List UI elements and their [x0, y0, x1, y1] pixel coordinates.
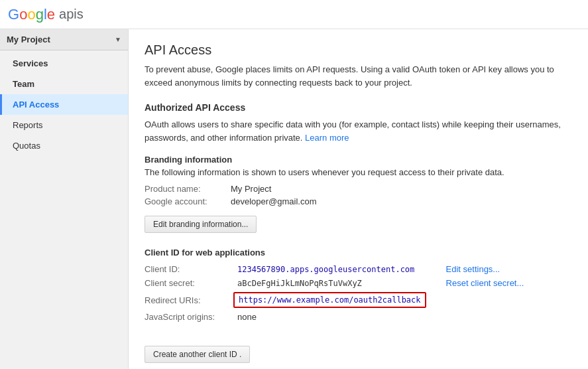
- sidebar-item-api-access[interactable]: API Access: [0, 94, 128, 115]
- product-name-label: Product name:: [145, 184, 231, 194]
- sidebar-nav: Services Team API Access Reports Quotas: [0, 50, 128, 156]
- client-id-section: Client ID for web applications Client ID…: [145, 248, 572, 326]
- google-account-row: Google account: developer@gmail.com: [145, 196, 572, 206]
- redirect-uris-label: Redirect URIs:: [145, 295, 237, 305]
- sidebar-item-services[interactable]: Services: [0, 53, 128, 74]
- sidebar-item-quotas[interactable]: Quotas: [0, 135, 128, 156]
- branding-desc: The following information is shown to us…: [145, 167, 572, 177]
- header: Google apis: [0, 0, 588, 29]
- main-content: API Access To prevent abuse, Google plac…: [129, 29, 588, 369]
- client-id-label: Client ID:: [145, 264, 237, 274]
- client-id-title: Client ID for web applications: [145, 248, 572, 258]
- client-id-value: 1234567890.apps.googleusercontent.com: [237, 265, 414, 274]
- page-title: API Access: [145, 42, 572, 58]
- authorized-desc-text: OAuth allows users to share specific dat…: [145, 119, 561, 143]
- sidebar-reports-label: Reports: [13, 120, 43, 130]
- authorized-section-title: Authorized API Access: [145, 102, 572, 113]
- js-origins-value: none: [237, 312, 257, 322]
- apis-label: apis: [59, 7, 84, 22]
- authorized-section-desc: OAuth allows users to share specific dat…: [145, 118, 569, 144]
- product-name-value: My Project: [231, 184, 271, 194]
- sidebar-quotas-label: Quotas: [13, 141, 40, 151]
- logo-g-blue: G: [8, 6, 19, 23]
- sidebar-item-team[interactable]: Team: [0, 74, 128, 94]
- client-id-row: Client ID: 1234567890.apps.googleusercon…: [145, 264, 426, 274]
- logo-g-green: g: [36, 6, 44, 23]
- side-actions: Edit settings... Reset client secret...: [446, 264, 524, 288]
- js-origins-row: JavaScript origins: none: [145, 312, 426, 322]
- google-account-label: Google account:: [145, 196, 231, 206]
- project-selector[interactable]: My Project ▼: [0, 29, 128, 50]
- reset-client-secret-link[interactable]: Reset client secret...: [446, 278, 524, 288]
- google-logo: Google: [8, 6, 55, 23]
- branding-info-section: Branding information The following infor…: [145, 155, 572, 206]
- edit-branding-button[interactable]: Edit branding information...: [145, 216, 257, 233]
- client-secret-label: Client secret:: [145, 278, 237, 288]
- create-another-client-id-button[interactable]: Create another client ID .: [145, 346, 250, 363]
- edit-settings-link[interactable]: Edit settings...: [446, 264, 524, 274]
- sidebar-apiaccess-label: API Access: [13, 100, 59, 110]
- product-name-row: Product name: My Project: [145, 184, 572, 194]
- learn-more-link[interactable]: Learn more: [305, 133, 349, 143]
- client-secret-value: aBcDeFgHiJkLmNoPqRsTuVwXyZ: [237, 279, 362, 288]
- sidebar: My Project ▼ Services Team API Access Re…: [0, 29, 129, 369]
- client-table-wrapper: Client ID: 1234567890.apps.googleusercon…: [145, 264, 572, 326]
- logo-o-yellow: o: [27, 6, 35, 23]
- js-origins-label: JavaScript origins:: [145, 312, 237, 322]
- logo-e-red: e: [47, 6, 55, 23]
- project-selector-arrow-icon: ▼: [115, 36, 121, 43]
- branding-title: Branding information: [145, 155, 572, 165]
- page-intro: To prevent abuse, Google places limits o…: [145, 63, 569, 89]
- project-name: My Project: [7, 35, 50, 44]
- client-secret-row: Client secret: aBcDeFgHiJkLmNoPqRsTuVwXy…: [145, 278, 426, 288]
- sidebar-services-label: Services: [13, 58, 48, 68]
- redirect-uris-value: https://www.example.com/oauth2callback: [233, 292, 426, 308]
- client-table: Client ID: 1234567890.apps.googleusercon…: [145, 264, 426, 326]
- sidebar-team-label: Team: [13, 79, 34, 89]
- bottom-btn-row: Create another client ID .: [145, 339, 572, 369]
- layout: My Project ▼ Services Team API Access Re…: [0, 29, 588, 369]
- google-account-value: developer@gmail.com: [231, 196, 317, 206]
- sidebar-item-reports[interactable]: Reports: [0, 115, 128, 135]
- logo-o-red: o: [19, 6, 27, 23]
- redirect-uris-row: Redirect URIs: https://www.example.com/o…: [145, 292, 426, 308]
